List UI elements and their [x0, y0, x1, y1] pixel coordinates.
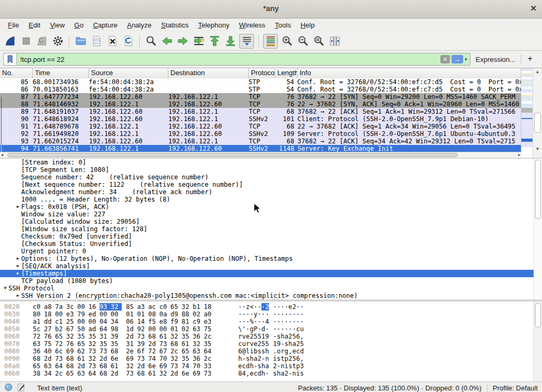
hex-row-0020[interactable]: 0020c0a87a3c0016933285a3acc06532b118··z<… — [0, 303, 542, 311]
hex-byte[interactable]: 2d — [111, 370, 122, 377]
hex-byte[interactable]: 35 — [77, 333, 88, 340]
title-bar[interactable]: *any ✕ — [0, 0, 542, 19]
menu-tools[interactable]: Tools — [270, 20, 295, 31]
display-filter-input[interactable] — [17, 56, 440, 63]
hex-byte[interactable]: 32 — [111, 303, 122, 311]
hex-byte[interactable]: 68 — [111, 348, 122, 355]
hex-byte[interactable]: 73 — [159, 340, 170, 348]
hex-byte[interactable]: 61 — [148, 370, 159, 377]
hex-byte[interactable]: b1 — [193, 303, 204, 311]
go-forward-icon[interactable] — [176, 34, 189, 48]
hex-byte[interactable]: 2d — [148, 340, 159, 348]
hex-byte[interactable]: dd — [44, 318, 55, 325]
hex-byte[interactable]: 2d — [100, 355, 111, 362]
hex-byte[interactable]: 6e — [111, 355, 122, 362]
hex-byte[interactable]: 7a — [55, 303, 66, 311]
hex-byte[interactable]: c0 — [159, 303, 170, 311]
hex-byte[interactable]: e8 — [159, 318, 170, 325]
hex-byte[interactable]: 62 — [77, 348, 88, 355]
packet-minimap[interactable] — [521, 68, 533, 152]
hex-byte[interactable]: ad — [88, 325, 100, 333]
hex-byte[interactable]: 73 — [170, 362, 182, 370]
hex-byte[interactable]: 65 — [182, 348, 193, 355]
packet-row-91[interactable]: 9171.648789678192.168.122.1192.168.122.6… — [0, 123, 521, 130]
hex-byte[interactable]: 18 — [204, 303, 215, 311]
menu-edit[interactable]: Edit — [24, 20, 45, 31]
hex-byte[interactable]: 65 — [170, 303, 182, 311]
hex-byte[interactable]: 35 — [182, 355, 193, 362]
hex-byte[interactable]: 63 — [77, 370, 88, 377]
column-header-length[interactable]: Length — [275, 68, 297, 78]
detail-line[interactable]: Checksum: 0x79ed [unverified] — [0, 233, 542, 240]
hex-byte[interactable]: 63 — [193, 348, 204, 355]
expand-arrow-icon[interactable]: ▶ — [15, 203, 21, 211]
hex-byte[interactable]: 2c — [170, 348, 182, 355]
hex-byte[interactable]: 32 — [88, 340, 100, 348]
packet-row-93[interactable]: 9371.662015274192.168.122.60192.168.122.… — [0, 138, 521, 145]
hex-byte[interactable]: 2d — [77, 362, 88, 370]
hex-byte[interactable]: 6e — [148, 362, 159, 370]
hex-byte[interactable]: 38 — [33, 370, 44, 377]
hex-byte[interactable]: c9 — [193, 318, 204, 325]
resize-columns-icon[interactable] — [328, 34, 341, 48]
hex-byte[interactable]: 2c — [204, 355, 215, 362]
hex-byte[interactable]: 69 — [126, 355, 137, 362]
packet-row-90[interactable]: 9071.648618924192.168.122.60192.168.122.… — [0, 115, 521, 123]
hex-byte[interactable]: 72 — [148, 348, 159, 355]
start-capture-icon[interactable] — [3, 34, 17, 48]
hex-byte[interactable]: 34 — [44, 370, 55, 377]
hex-byte[interactable]: 73 — [126, 370, 137, 377]
hex-byte[interactable]: 61 — [182, 340, 193, 348]
hex-byte[interactable]: 68 — [66, 362, 77, 370]
hex-byte[interactable]: 01 — [126, 311, 137, 318]
colorize-icon[interactable] — [263, 34, 278, 49]
detail-line[interactable]: [Window size scaling factor: 128] — [0, 225, 542, 233]
expand-arrow-icon[interactable]: ▶ — [15, 255, 21, 262]
reload-file-icon[interactable] — [121, 34, 135, 48]
filter-clear-button[interactable]: ✕ — [440, 55, 450, 63]
window-close-button[interactable]: ✕ — [530, 4, 537, 13]
zoom-out-icon[interactable] — [296, 34, 310, 48]
zoom-original-icon[interactable] — [312, 34, 326, 48]
hex-byte[interactable]: 73 — [137, 355, 148, 362]
restart-capture-icon[interactable] — [35, 34, 49, 48]
detail-line[interactable]: [Next sequence number: 1122 (relative se… — [0, 181, 542, 188]
hex-byte[interactable]: 04 — [100, 318, 111, 325]
hex-byte[interactable]: 93 — [100, 303, 111, 311]
hex-byte[interactable]: 32 — [126, 362, 137, 370]
hex-row-0060[interactable]: 006072766532353531392d7368613235362crve2… — [0, 333, 542, 340]
expression-button[interactable]: Expression... — [471, 56, 521, 63]
detail-line[interactable]: Urgent pointer: 0 — [0, 248, 542, 255]
hex-byte[interactable]: 00 — [77, 303, 88, 311]
column-header-time[interactable]: Time — [33, 68, 89, 78]
hex-byte[interactable]: b2 — [55, 325, 66, 333]
hex-byte[interactable]: 69 — [66, 348, 77, 355]
hex-byte[interactable]: 00 — [100, 311, 111, 318]
hex-byte[interactable]: 39 — [111, 333, 122, 340]
save-file-icon[interactable]: 010101100011 — [89, 34, 103, 48]
hex-byte[interactable]: 32 — [170, 333, 182, 340]
hex-byte[interactable]: 65 — [77, 340, 88, 348]
filter-apply-button[interactable]: → — [451, 55, 463, 63]
hex-byte[interactable]: 73 — [204, 370, 215, 377]
hex-byte[interactable]: 92 — [137, 325, 148, 333]
scroll-down-icon[interactable]: ▼ — [533, 147, 542, 151]
hex-byte[interactable]: 74 — [182, 362, 193, 370]
go-first-icon[interactable] — [207, 34, 221, 48]
detail-line[interactable]: [Checksum Status: Unverified] — [0, 240, 542, 248]
go-back-icon[interactable] — [160, 34, 174, 48]
hex-byte[interactable]: 18 — [44, 311, 55, 318]
packet-row-86[interactable]: 8670.013850163fe:54:00:d4:38:2aSTP54Conf… — [0, 86, 521, 93]
hex-byte[interactable]: 34 — [111, 318, 122, 325]
go-to-packet-icon[interactable] — [192, 34, 205, 48]
hex-byte[interactable]: 06 — [126, 318, 137, 325]
hex-byte[interactable]: 35 — [100, 340, 111, 348]
hex-byte[interactable]: 36 — [193, 355, 204, 362]
scroll-left-icon[interactable]: ◀ — [1, 152, 3, 158]
hex-byte[interactable]: 33 — [204, 362, 215, 370]
hex-row-0090[interactable]: 0090682d736861322d6e697374703235362ch-sh… — [0, 355, 542, 362]
packet-row-92[interactable]: 9271.661949820192.168.122.1192.168.122.6… — [0, 130, 521, 138]
hex-byte[interactable]: 31 — [126, 340, 137, 348]
hex-byte[interactable]: 35 — [88, 333, 100, 340]
detail-line[interactable]: Sequence number: 42 (relative sequence n… — [0, 174, 542, 181]
